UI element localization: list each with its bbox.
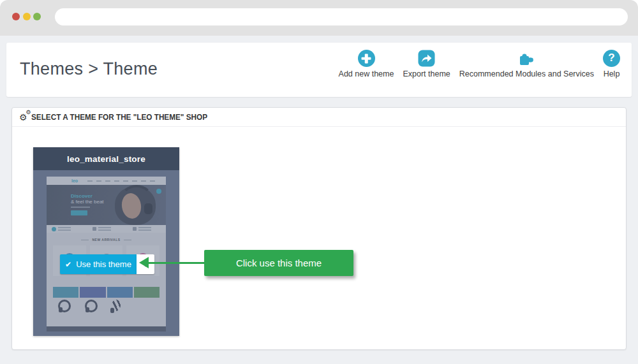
annotation-arrow-line [148,262,204,264]
toolbar-label: Export theme [403,69,450,78]
toolbar: Add new theme Export theme Recommended M… [339,50,620,78]
close-button[interactable] [12,13,20,20]
screen: Themes > Theme Add new theme Export them… [0,0,638,364]
recommended-modules-button[interactable]: Recommended Modules and Services [459,50,594,78]
preview-hero-cta [71,210,87,215]
plus-circle-icon [358,50,375,67]
theme-card: leo_material_store leo [33,147,179,336]
theme-card-body: leo Discover & feel the [33,170,179,336]
preview-services-bar [47,225,166,233]
preview-brand-logo: leo [71,178,78,183]
annotation-callout: Click use this theme [204,250,353,276]
help-button[interactable]: ? Help [603,50,620,78]
preview-footer [47,326,166,331]
preview-products-row-2 [58,300,154,312]
annotation-arrow-head [139,257,149,268]
use-this-theme-button[interactable]: ✔ Use this theme [60,254,137,274]
export-arrow-icon [418,50,435,67]
url-bar[interactable] [55,8,628,25]
browser-chrome [0,0,638,36]
page-title: Themes > Theme [20,59,158,79]
preview-nav-links [87,180,158,182]
question-circle-icon: ? [603,50,620,67]
theme-name: leo_material_store [33,147,179,170]
toolbar-label: Help [604,69,620,78]
export-theme-button[interactable]: Export theme [403,50,450,78]
puzzle-piece-icon [518,50,535,67]
toolbar-label: Add new theme [339,69,394,78]
theme-select-panel: ⚙ ⚙ SELECT A THEME FOR THE "LEO THEME" S… [11,107,627,350]
preview-hero-badge [156,189,161,194]
preview-category-blocks [53,287,160,298]
panel-title: SELECT A THEME FOR THE "LEO THEME" SHOP [31,113,207,122]
use-this-theme-label: Use this theme [76,259,131,269]
preview-section-heading: NEW ARRIVALS [47,238,166,242]
preview-hero-photo [98,187,158,225]
preview-hero: Discover & feel the beat [47,185,166,225]
minimize-button[interactable] [23,13,31,20]
preview-topbar: leo [47,177,166,185]
annotation-label: Click use this theme [236,258,322,268]
preview-hero-text: Discover & feel the beat [71,193,104,215]
cogs-icon: ⚙ ⚙ [19,112,27,123]
maximize-button[interactable] [33,13,41,20]
preview-body-section: NEW ARRIVALS [47,233,166,331]
toolbar-label: Recommended Modules and Services [459,69,594,78]
add-new-theme-button[interactable]: Add new theme [339,50,394,78]
panel-header: ⚙ ⚙ SELECT A THEME FOR THE "LEO THEME" S… [12,108,626,127]
check-icon: ✔ [65,260,71,269]
page-header: Themes > Theme Add new theme Export them… [6,43,632,97]
